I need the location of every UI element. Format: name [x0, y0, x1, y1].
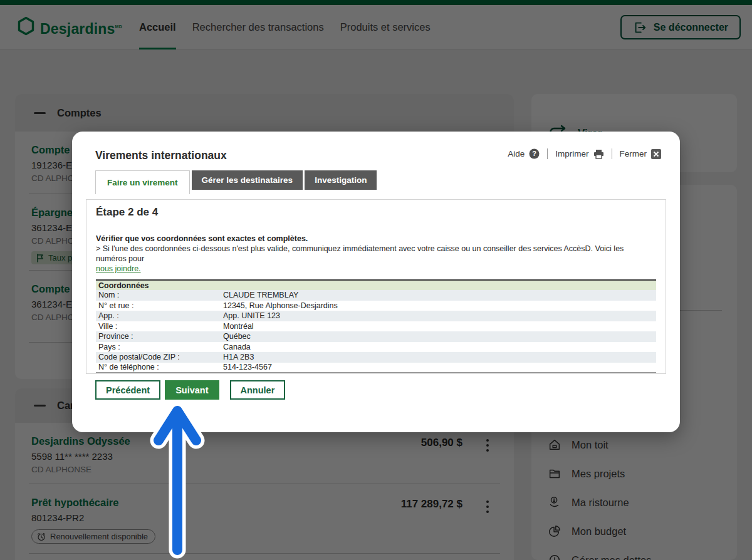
modal-actions: Aide ? Imprimer Fermer	[508, 148, 661, 159]
table-row: Code postal/Code ZIP : H1A 2B3	[96, 352, 656, 363]
coordinates-table: Coordonnées Nom : CLAUDE TREMBLAY N° et …	[96, 279, 656, 373]
instructions: Vérifier que vos coordonnées sont exacte…	[96, 234, 656, 274]
instructions-bold: Vérifier que vos coordonnées sont exacte…	[96, 234, 656, 244]
close-icon	[651, 149, 661, 159]
table-header: Coordonnées	[96, 279, 656, 290]
help-icon: ?	[529, 148, 540, 159]
svg-text:?: ?	[532, 150, 536, 157]
table-row: Nom : CLAUDE TREMBLAY	[96, 290, 656, 301]
printer-icon	[593, 149, 604, 159]
modal-tabs: Faire un virement Gérer les destinataire…	[95, 170, 377, 194]
close-action[interactable]: Fermer	[620, 149, 662, 159]
separator	[547, 148, 548, 159]
previous-button[interactable]: Précédent	[95, 380, 160, 400]
next-button[interactable]: Suivant	[165, 380, 219, 400]
table-row: Province : Québec	[96, 331, 656, 342]
tab-gerer-les-destinataires[interactable]: Gérer les destinataires	[192, 170, 303, 190]
modal-title: Virements internationaux	[95, 149, 227, 162]
table-row: N° et rue : 12345, Rue Alphonse-Desjardi…	[96, 301, 656, 311]
international-transfers-modal: Virements internationaux Aide ? Imprimer	[72, 132, 680, 432]
tab-investigation[interactable]: Investigation	[305, 170, 377, 190]
help-action[interactable]: Aide ?	[508, 148, 540, 159]
cancel-button[interactable]: Annuler	[230, 380, 286, 400]
modal-buttons: Précédent Suivant Annuler	[95, 380, 285, 400]
print-action[interactable]: Imprimer	[555, 149, 603, 159]
page-root: DesjardinsMD Accueil Rechercher des tran…	[0, 0, 752, 560]
contact-us-link[interactable]: nous joindre.	[96, 264, 141, 273]
instructions-text: > Si l'une des coordonnées ci-dessous n'…	[96, 244, 656, 264]
step-title: Étape 2 de 4	[96, 206, 666, 219]
separator	[612, 148, 612, 159]
table-row: N° de téléphone : 514-123-4567	[96, 363, 656, 373]
table-row: Ville : Montréal	[96, 321, 656, 332]
table-row: App. : App. UNITE 123	[96, 311, 656, 321]
tab-faire-un-virement[interactable]: Faire un virement	[95, 170, 190, 194]
table-row: Pays : Canada	[96, 342, 656, 353]
step-content: Étape 2 de 4 Vérifier que vos coordonnée…	[86, 199, 666, 374]
